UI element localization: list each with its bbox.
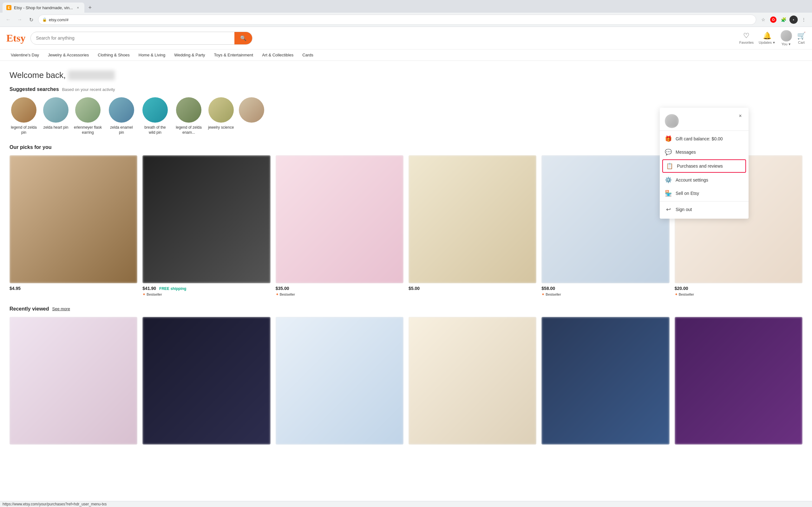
recent-card-1[interactable] <box>9 317 137 447</box>
chip-botw-pin-image <box>142 97 168 123</box>
etsy-logo[interactable]: Etsy <box>6 32 26 44</box>
search-input[interactable] <box>31 32 235 44</box>
reload-button[interactable]: ↻ <box>27 15 36 24</box>
chip-botw-pin[interactable]: breath of the wild pin <box>141 97 169 135</box>
signout-icon: ↩ <box>665 206 672 213</box>
chip-zelda-heart[interactable]: zelda heart pin <box>43 97 68 135</box>
nav-cards[interactable]: Cards <box>298 49 318 60</box>
nav-jewelry[interactable]: Jewelry & Accessories <box>44 49 93 60</box>
bestseller-badge-3: ✦ Bestseller <box>275 292 295 297</box>
nav-valentines[interactable]: Valentine's Day <box>6 49 44 60</box>
dropdown-close-button[interactable]: × <box>736 112 745 120</box>
favorites-label: Favorites <box>740 41 754 44</box>
product-card-5[interactable]: $58.00 ✦ Bestseller <box>542 155 669 296</box>
nav-home[interactable]: Home & Living <box>134 49 170 60</box>
profile-icon[interactable]: ▪ <box>789 15 798 24</box>
dropdown-sell-label: Sell on Etsy <box>676 191 744 196</box>
updates-label: Updates ▼ <box>759 41 775 44</box>
dropdown-signout[interactable]: ↩ Sign out <box>660 203 749 216</box>
chip-flask-label: erlenmeyer flask earring <box>73 125 102 135</box>
user-name-blurred: ████████ <box>68 70 115 80</box>
recent-card-4[interactable] <box>409 317 537 447</box>
recent-card-3[interactable] <box>275 317 403 447</box>
search-button[interactable]: 🔍 <box>235 32 252 44</box>
product-card-1[interactable]: $4.95 <box>9 155 137 296</box>
you-avatar <box>780 30 792 42</box>
back-button[interactable]: ← <box>4 15 13 24</box>
nav-wedding[interactable]: Wedding & Party <box>170 49 209 60</box>
chip-enamel-pin-label: zelda enamel pin <box>107 125 136 135</box>
nav-toys[interactable]: Toys & Entertainment <box>210 49 258 60</box>
recent-image-5 <box>542 317 669 445</box>
chip-extra[interactable] <box>239 97 264 135</box>
dropdown-purchases[interactable]: 📋 Purchases and reviews <box>662 159 746 173</box>
chip-flask[interactable]: erlenmeyer flask earring <box>73 97 102 135</box>
recent-image-3 <box>275 317 403 445</box>
recent-image-6 <box>675 317 803 445</box>
chip-zelda-enam[interactable]: legend of zelda enam... <box>174 97 203 135</box>
product-badge-6: ✦ Bestseller <box>675 292 803 297</box>
product-shipping-2: FREE shipping <box>159 286 186 291</box>
chip-zelda-heart-image <box>43 97 68 123</box>
updates-button[interactable]: 🔔 Updates ▼ <box>759 32 775 44</box>
recently-viewed-title: Recently viewed <box>9 306 49 312</box>
recent-card-5[interactable] <box>542 317 669 447</box>
product-card-2[interactable]: $41.90 FREE shipping ✦ Bestseller <box>142 155 270 296</box>
favorites-icon: ♡ <box>743 32 750 40</box>
chip-jewelry-science-label: jewelry science <box>208 125 234 130</box>
avatar-image <box>780 30 792 42</box>
browser-chrome: E Etsy - Shop for handmade, vin... × + ←… <box>0 0 812 27</box>
recent-card-2[interactable] <box>142 317 270 447</box>
nav-clothing[interactable]: Clothing & Shoes <box>93 49 134 60</box>
search-bar: 🔍 <box>31 32 252 45</box>
product-badge-5: ✦ Bestseller <box>542 292 669 297</box>
recently-viewed-header: Recently viewed See more <box>9 306 803 312</box>
user-dropdown-menu: × 🎁 Gift card balance: $0.00 💬 Messages … <box>660 108 749 219</box>
product-price-5: $58.00 <box>542 286 669 291</box>
extensions-icon[interactable]: 🧩 <box>779 15 788 24</box>
opera-icon[interactable]: O <box>769 15 778 24</box>
chip-enamel-pin-image <box>109 97 134 123</box>
address-bar-row: ← → ↻ 🔒 etsy.com/# ☆ O 🧩 ▪ ⋮ <box>0 13 812 26</box>
star-icon[interactable]: ☆ <box>759 15 768 24</box>
dropdown-account[interactable]: ⚙️ Account settings <box>660 173 749 187</box>
tab-close-button[interactable]: × <box>75 5 81 10</box>
you-button[interactable]: You ▼ <box>780 30 792 46</box>
active-tab[interactable]: E Etsy - Shop for handmade, vin... × <box>3 3 84 13</box>
account-icon: ⚙️ <box>665 176 672 183</box>
address-bar[interactable]: 🔒 etsy.com/# <box>38 14 756 25</box>
see-more-link[interactable]: See more <box>52 306 70 311</box>
dropdown-messages-label: Messages <box>676 150 744 155</box>
recent-image-4 <box>409 317 537 445</box>
favorites-button[interactable]: ♡ Favorites <box>740 32 754 44</box>
chip-zelda-enam-label: legend of zelda enam... <box>174 125 203 135</box>
bestseller-icon-2: ✦ <box>142 292 146 297</box>
product-image-2 <box>142 155 270 283</box>
new-tab-button[interactable]: + <box>86 3 95 12</box>
bestseller-icon-3: ✦ <box>275 292 279 297</box>
main-content: Welcome back, ████████ Suggested searche… <box>0 61 812 466</box>
cart-button[interactable]: 🛒 Cart <box>797 32 806 44</box>
chip-zelda-pin[interactable]: legend of zelda pin <box>9 97 38 135</box>
chip-jewelry-science[interactable]: jewelry science <box>208 97 234 135</box>
tab-bar: E Etsy - Shop for handmade, vin... × + <box>0 0 812 13</box>
updates-chevron-icon: ▼ <box>772 41 775 44</box>
recently-viewed-section: Recently viewed See more <box>9 306 803 447</box>
recent-card-6[interactable] <box>675 317 803 447</box>
dropdown-gift-card[interactable]: 🎁 Gift card balance: $0.00 <box>660 132 749 146</box>
chip-enamel-pin[interactable]: zelda enamel pin <box>107 97 136 135</box>
address-text: etsy.com/# <box>49 17 752 22</box>
product-badge-3: ✦ Bestseller <box>275 292 403 297</box>
product-card-4[interactable]: $5.00 <box>409 155 537 296</box>
etsy-nav: Valentine's Day Jewelry & Accessories Cl… <box>0 49 812 61</box>
chip-extra-image <box>239 97 264 123</box>
bestseller-badge-2: ✦ Bestseller <box>142 292 162 297</box>
browser-menu-icon[interactable]: ⋮ <box>799 15 808 24</box>
dropdown-sell[interactable]: 🏪 Sell on Etsy <box>660 187 749 200</box>
dropdown-messages[interactable]: 💬 Messages <box>660 146 749 159</box>
product-card-3[interactable]: $35.00 ✦ Bestseller <box>275 155 403 296</box>
lock-icon: 🔒 <box>42 17 47 22</box>
nav-art[interactable]: Art & Collectibles <box>258 49 298 60</box>
chip-zelda-heart-label: zelda heart pin <box>44 125 68 130</box>
forward-button[interactable]: → <box>15 15 24 24</box>
